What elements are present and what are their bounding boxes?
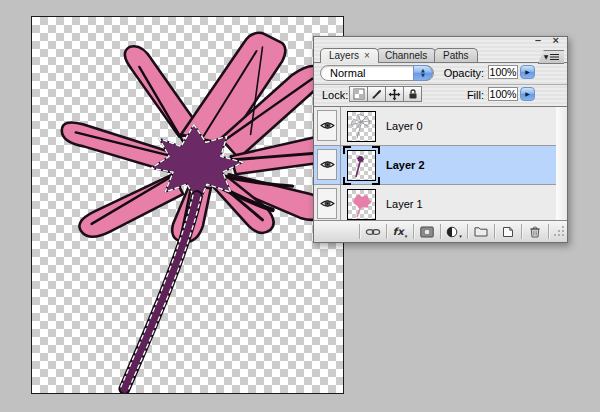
blend-mode-stepper-icon[interactable]: ▲▼ [413,65,433,81]
layers-panel: – × Layers× Channels Paths ▼ Normal ▲▼ O… [313,36,568,243]
thumb-bracket-icon [372,146,380,154]
layer-style-button[interactable]: fx ▾ [387,221,413,242]
folder-icon [474,226,488,237]
opacity-field[interactable]: 100% [488,65,518,79]
visibility-toggle[interactable] [317,188,337,219]
lock-position-button[interactable] [385,86,404,102]
link-layers-button[interactable] [360,221,386,242]
thumb-bracket-icon [372,177,380,185]
lock-buttons [350,86,422,102]
layer-mask-icon [420,226,434,238]
fill-field[interactable]: 100% [488,87,518,101]
flyout-lines-icon [550,54,559,55]
adjustment-circle-icon [446,226,458,238]
layer-name[interactable]: Layer 1 [386,198,423,210]
resize-grip[interactable] [552,224,565,239]
fx-menu-arrow-icon: ▾ [405,233,408,239]
trash-icon [529,226,541,238]
layer-thumbnail[interactable] [347,189,376,220]
tab-layers-label: Layers [329,50,359,61]
adjustment-layer-button[interactable]: ▾ [441,221,467,242]
resize-grip-icon [552,224,565,237]
layer-name[interactable]: Layer 0 [386,120,423,132]
flyout-arrow-icon: ▼ [544,54,549,60]
visibility-toggle[interactable] [317,149,337,180]
move-cross-icon [388,88,401,101]
layer-row-layer2[interactable]: Layer 2 [314,146,556,185]
layer-name[interactable]: Layer 2 [386,159,425,171]
tab-layers[interactable]: Layers× [320,48,379,63]
blend-mode-select[interactable]: Normal ▲▼ [320,65,434,81]
padlock-icon [407,88,419,100]
lock-pixels-button[interactable] [367,86,386,102]
layer-thumbnail[interactable] [347,111,376,142]
tab-channels[interactable]: Channels [376,48,436,62]
flower-artwork [32,17,343,393]
tab-paths[interactable]: Paths [434,48,478,62]
thumb-purple-stem [348,151,375,180]
transparency-checker-icon [353,88,365,100]
tab-close-icon[interactable]: × [364,50,370,61]
visibility-cell [314,146,341,184]
panel-menu-button[interactable]: ▼ [538,50,564,64]
eye-icon [320,120,335,131]
delete-layer-button[interactable] [522,221,548,242]
add-layer-mask-button[interactable] [414,221,440,242]
new-group-button[interactable] [468,221,494,242]
lock-label: Lock: [322,89,348,101]
footer-spacer [314,221,359,242]
visibility-cell [314,185,341,224]
layers-list: Layer 0 [314,106,567,223]
adjustment-menu-arrow-icon: ▾ [459,233,462,239]
opacity-label: Opacity: [438,67,484,79]
tab-paths-label: Paths [443,50,469,61]
new-layer-button[interactable] [495,221,521,242]
brush-icon [371,88,383,100]
blend-mode-value: Normal [330,67,365,79]
thumb-bracket-icon [343,177,351,185]
visibility-toggle[interactable] [317,110,337,141]
close-button[interactable]: × [553,34,559,46]
eye-icon [320,159,335,170]
new-layer-icon [502,226,514,238]
panel-tabs: Layers× Channels Paths ▼ [314,47,567,63]
panel-titlebar: – × [314,37,567,47]
fill-slider-button[interactable]: ▶ [520,87,535,101]
lock-transparency-button[interactable] [349,86,368,102]
thumb-pink-petals [348,190,375,219]
fill-label: Fill: [454,89,484,101]
document-canvas[interactable] [31,16,344,394]
minimize-button[interactable]: – [535,34,541,46]
tab-channels-label: Channels [385,50,427,61]
thumb-bracket-icon [343,146,351,154]
fx-icon: fx [393,226,404,237]
layer-row-layer1[interactable]: Layer 1 [314,185,556,224]
panel-controls: Normal ▲▼ Opacity: 100% ▶ Lock: [314,63,567,106]
eye-icon [320,198,335,209]
thumb-line-art [348,112,375,141]
lock-all-button[interactable] [403,86,422,102]
photoshop-workspace: { "canvas": { "description": "transparen… [0,0,600,412]
visibility-cell [314,107,341,145]
chain-link-icon [365,227,381,237]
opacity-slider-button[interactable]: ▶ [520,65,535,79]
panel-footer: fx ▾ ▾ [314,220,567,242]
layer-row-layer0[interactable]: Layer 0 [314,107,556,146]
controls-divider [314,84,567,85]
